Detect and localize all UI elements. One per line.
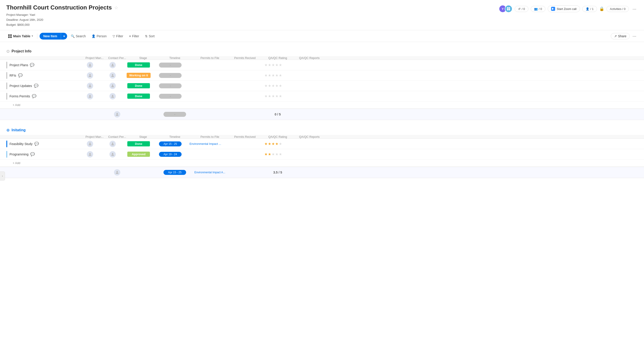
new-item-wrapper: New Item ▾	[40, 33, 67, 39]
stars: ★ ★ ★ ★ ★	[264, 94, 282, 98]
svg-point-7	[112, 74, 113, 75]
add-row-project-info[interactable]: + Add	[0, 101, 644, 109]
svg-rect-0	[507, 7, 508, 8]
share-label: Share	[618, 34, 626, 38]
filter2-btn[interactable]: ≡ Filter	[127, 33, 141, 39]
comment-icon[interactable]: 💬	[32, 94, 36, 98]
row-proj-man	[79, 151, 101, 157]
star: ★	[279, 142, 282, 146]
person-btn[interactable]: 👤 Person	[89, 33, 109, 39]
members-icon: 👤	[586, 7, 589, 11]
star: ★	[272, 142, 275, 146]
avatar-group: Y	[499, 5, 512, 13]
star: ★	[268, 94, 271, 98]
row-proj-man	[79, 62, 101, 68]
person-avatar	[114, 169, 120, 176]
summary-timeline: -	[158, 112, 192, 117]
person-avatar	[110, 151, 116, 157]
filter2-label: Filter	[132, 34, 139, 38]
main-table-btn[interactable]: Main Table ▾	[6, 33, 35, 39]
svg-rect-1	[509, 7, 510, 8]
svg-point-9	[112, 84, 113, 86]
star: ★	[275, 73, 278, 77]
sort-icon: ⇅	[145, 34, 148, 38]
comment-icon[interactable]: 💬	[30, 152, 35, 156]
group-title-project-info: Project Info	[12, 49, 32, 53]
comment-icon[interactable]: 💬	[34, 142, 39, 146]
new-item-dropdown-btn[interactable]: ▾	[61, 33, 67, 39]
comment-icon[interactable]: 💬	[34, 84, 38, 88]
col-header-stage: Stage	[128, 56, 158, 60]
reaction2-count: / 0	[539, 7, 542, 11]
header-more-btn[interactable]: ···	[631, 5, 638, 12]
person-avatar	[87, 83, 93, 89]
timeline-pill: Apr 15 - 25	[159, 141, 182, 146]
row-permits-file[interactable]: Environmental Impact ...	[187, 142, 224, 145]
row-proj-man	[79, 93, 101, 99]
star: ★	[268, 152, 271, 156]
star: ★	[275, 94, 278, 98]
comment-icon[interactable]: 💬	[30, 63, 34, 67]
sort-btn[interactable]: ⇅ Sort	[143, 33, 157, 39]
svg-point-17	[116, 171, 118, 172]
chevron-down-icon: ▾	[32, 34, 33, 37]
person-avatar	[114, 111, 120, 117]
summary-permits-file[interactable]: Environmental Impact A...	[192, 171, 228, 174]
collapse-icon-project-info: ⊙	[6, 49, 10, 54]
row-name: Programming 💬	[10, 152, 79, 156]
star: ★	[272, 84, 275, 88]
stars: ★ ★ ★ ★ ★	[264, 152, 282, 156]
star: ★	[264, 73, 268, 77]
row-stage: Done	[124, 141, 153, 146]
add-row-initiating[interactable]: + Add	[0, 159, 644, 167]
reaction1-btn[interactable]: ↺ / 0	[515, 6, 528, 12]
row-qa-rating: ★ ★ ★ ★ ★	[257, 73, 289, 77]
activities-btn[interactable]: Activities / 0	[606, 6, 629, 12]
row-timeline: Apr 15 - 25	[153, 141, 187, 146]
star: ★	[272, 63, 275, 67]
col-header-proj-man: Project Man...	[83, 135, 106, 138]
row-name-text: RFIs	[10, 74, 16, 77]
zoom-call-btn[interactable]: Start Zoom call	[548, 5, 580, 12]
row-name-text: Project Plans	[10, 63, 28, 67]
star: ★	[279, 63, 282, 67]
search-btn[interactable]: 🔍 Search	[68, 33, 88, 39]
col-header-qa-reports: QA/QC Reports	[294, 135, 325, 138]
star: ★	[272, 94, 275, 98]
avatar-secondary	[505, 5, 512, 13]
toolbar-more-btn[interactable]: ···	[631, 32, 638, 39]
stars: ★ ★ ★ ★ ★	[264, 63, 282, 67]
col-header-name	[6, 56, 83, 60]
filter1-icon: ▽	[112, 34, 115, 38]
star: ★	[279, 73, 282, 77]
group-collapse-btn-initiating[interactable]: ⊕	[6, 128, 10, 133]
row-name: Project Updates 💬	[10, 84, 79, 88]
top-header: Thornhill Court Construction Projects ☆ …	[0, 0, 644, 30]
col-header-proj-man: Project Man...	[83, 56, 106, 60]
reaction2-btn[interactable]: 👥 / 0	[531, 6, 546, 12]
row-name-text: Feasibility Study	[10, 142, 32, 146]
col-header-contact: Contact Per...	[106, 135, 128, 138]
group-collapse-btn-project-info[interactable]: ⊙	[6, 49, 10, 54]
summary-row-project-info: - 0 / 5	[0, 109, 644, 120]
new-item-btn[interactable]: New Item	[40, 33, 60, 39]
person-avatar	[110, 62, 116, 68]
comment-icon[interactable]: 💬	[18, 73, 22, 77]
star: ★	[279, 84, 282, 88]
col-header-permits-file: Permits to File	[192, 135, 228, 138]
project-meta: Project Manager: Yael Deadline: August 1…	[6, 12, 118, 27]
sidebar-collapse-btn[interactable]: ›	[0, 171, 5, 181]
group-initiating: ⊕ Initating Project Man... Contact Per..…	[0, 125, 644, 178]
members-btn[interactable]: 👤 / 1	[582, 6, 597, 12]
timeline-pill: -	[164, 112, 186, 117]
group-title-initiating: Initating	[12, 128, 26, 132]
filter1-btn[interactable]: ▽ Filter	[110, 33, 126, 39]
favorite-star-icon[interactable]: ☆	[114, 5, 118, 10]
star: ★	[264, 152, 268, 156]
share-btn[interactable]: ↗ Share	[611, 33, 630, 39]
row-name: Feasibility Study 💬	[10, 142, 79, 146]
person-avatar	[87, 141, 93, 147]
stage-badge: Done	[127, 141, 150, 146]
star: ★	[268, 73, 271, 77]
star: ★	[272, 73, 275, 77]
